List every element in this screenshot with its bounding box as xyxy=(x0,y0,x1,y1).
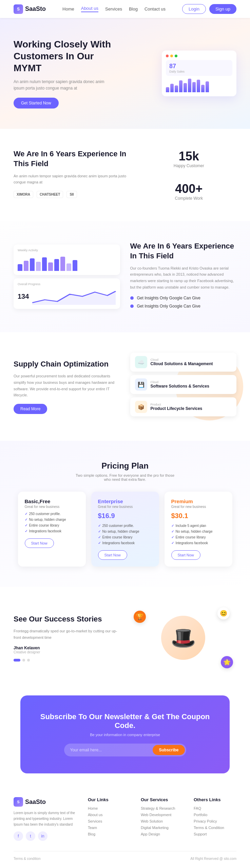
plan-cta-basic[interactable]: Start Now xyxy=(25,538,54,548)
supply-cta-button[interactable]: Read More xyxy=(14,404,47,414)
login-button[interactable]: Login xyxy=(182,4,206,14)
partner-ximora: XIMORA xyxy=(14,191,33,198)
footer-logo-text: SaaSto xyxy=(25,798,46,806)
pricing-card-basic: Basic,Free Great for new business 250 cu… xyxy=(18,492,86,567)
nav-blog[interactable]: Blog xyxy=(129,6,138,12)
line-chart xyxy=(32,288,116,305)
progress-chart: Overall Progress 134 xyxy=(14,278,120,309)
service-card-2: 📦 Product Product Lifecycle Services xyxy=(130,397,237,416)
service-card-text-0: Cloud Clloud Solutions & Management xyxy=(151,358,213,366)
plan-cta-enterprise[interactable]: Start Now xyxy=(98,550,127,560)
social-linkedin[interactable]: in xyxy=(38,831,47,841)
nav-about[interactable]: About us xyxy=(81,6,98,12)
footer-logo: S SaaSto xyxy=(14,797,78,807)
service-card-0: ☁️ Cloud Clloud Solutions & Management xyxy=(130,353,237,372)
hero-section: Working Closely With Customers In Our MY… xyxy=(0,18,250,129)
dot-2[interactable] xyxy=(22,659,25,662)
footer-link-home[interactable]: Home xyxy=(88,806,131,810)
svg-marker-0 xyxy=(32,291,116,305)
plan-feature-basic-1: No setup, hidden charge xyxy=(25,518,79,521)
plan-feature-ent-2: Entire course library xyxy=(98,535,152,539)
pricing-cards: Basic,Free Great for new business 250 cu… xyxy=(14,492,236,567)
supply-text: Supply Chain Optimization Our powerful p… xyxy=(14,359,120,414)
footer-terms[interactable]: Terms & condition xyxy=(14,857,40,861)
bar-chart xyxy=(18,254,116,271)
plan-cta-premium[interactable]: Start Now xyxy=(171,550,200,560)
nav-home[interactable]: Home xyxy=(62,6,74,12)
partner-chatsheet: CHATSHEET xyxy=(37,191,63,198)
features-heading: We Are In 6 Years Experience In This Fie… xyxy=(130,241,237,261)
footer-other-2[interactable]: Privacy Policy xyxy=(194,819,236,823)
footer-other-4[interactable]: Support xyxy=(194,832,236,836)
footer-logo-icon: S xyxy=(14,797,23,807)
plan-features-basic: 250 customer profile. No setup, hidden c… xyxy=(25,512,79,533)
supply-description: Our powerful procurement tools and dedic… xyxy=(14,373,120,398)
service-card-text-2: Product Product Lifecycle Services xyxy=(151,403,203,411)
supply-section: Supply Chain Optimization Our powerful p… xyxy=(0,332,250,441)
stats-left: We Are In 6 Years Experience In This Fie… xyxy=(14,149,128,198)
footer-service-2[interactable]: Web Solution xyxy=(141,819,184,823)
features-text: We Are In 6 Years Experience In This Fie… xyxy=(130,241,237,312)
social-twitter[interactable]: t xyxy=(26,831,35,841)
footer-other-0[interactable]: FAQ xyxy=(194,806,236,810)
plan-name-enterprise: Enterprise xyxy=(98,498,152,504)
footer-col-heading-1: Our Services xyxy=(141,797,184,802)
footer-other-1[interactable]: Portfolio xyxy=(194,813,236,817)
service-tag-2: Product xyxy=(151,403,203,406)
plan-feature-ent-0: 250 customer profile. xyxy=(98,524,152,528)
logo[interactable]: S SaaSto xyxy=(14,4,46,14)
footer-service-3[interactable]: Digital Marketing xyxy=(141,826,184,830)
pricing-section: Pricing Plan Two simple options. Free fo… xyxy=(0,441,250,587)
footer-link-services[interactable]: Services xyxy=(88,819,131,823)
features-charts: Weekly Activity Overall Progress 134 xyxy=(14,244,120,309)
plan-tagline-basic: Great for new business xyxy=(25,505,79,509)
line-chart-svg xyxy=(32,288,116,305)
signup-button[interactable]: Sign up xyxy=(209,4,236,14)
hero-cta-button[interactable]: Get Started Now xyxy=(14,98,59,108)
features-description: Our co-founders Tuoma Riekki and Kristo … xyxy=(130,265,237,291)
dash-stat-label: Daily Sales xyxy=(169,70,229,73)
footer-service-4[interactable]: App Design xyxy=(141,832,184,836)
dot-red xyxy=(166,55,169,57)
footer-link-team[interactable]: Team xyxy=(88,826,131,830)
nav-contact[interactable]: Contact us xyxy=(145,6,166,12)
footer-other-3[interactable]: Terms & Condition xyxy=(194,826,236,830)
dash-stat: 87 Daily Sales xyxy=(166,60,232,76)
subscribe-button[interactable]: Subscribe xyxy=(153,745,185,755)
pricing-heading: Pricing Plan xyxy=(14,461,236,471)
social-facebook[interactable]: f xyxy=(14,831,23,841)
newsletter-email-input[interactable] xyxy=(65,745,153,755)
nav-services[interactable]: Services xyxy=(105,6,122,12)
testimonials-quote: Frontegg dramatically sped our go-to-mar… xyxy=(14,628,120,640)
plan-feature-prem-0: Include 5 agent plan xyxy=(171,524,226,528)
testimonials-section: See Our Success Stories Frontegg dramati… xyxy=(0,587,250,689)
footer-service-1[interactable]: Web Development xyxy=(141,813,184,817)
newsletter-section: Subscribe To Our Newsletter & Get The Co… xyxy=(20,695,230,773)
feature-label-1: Get Insights Only Google Can Give xyxy=(137,296,200,300)
pricing-subtitle: Two simple options. Free for everyone an… xyxy=(74,473,176,481)
footer-our-services: Our Services Strategy & Research Web Dev… xyxy=(141,797,184,841)
footer-link-blog[interactable]: Blog xyxy=(88,832,131,836)
testimonial-author: Jhan Kelaven xyxy=(14,646,120,650)
supply-cards: ☁️ Cloud Clloud Solutions & Management 💾… xyxy=(130,353,237,420)
avatar-emoji: 🎩 xyxy=(171,626,196,650)
dot-green xyxy=(175,55,177,57)
stat-complete-work: 400+ Complete Work xyxy=(141,182,236,201)
dot-active[interactable] xyxy=(14,659,20,662)
service-tag-0: Cloud xyxy=(151,358,213,361)
dot-3[interactable] xyxy=(27,659,30,662)
nav-links: Home About us Services Blog Contact us xyxy=(62,6,166,12)
navbar: S SaaSto Home About us Services Blog Con… xyxy=(0,0,250,18)
avatar-circle: 🎩 xyxy=(161,616,205,660)
mini-chart xyxy=(166,79,232,92)
dot-yellow xyxy=(170,55,173,57)
footer-service-0[interactable]: Strategy & Research xyxy=(141,806,184,810)
testimonial-role: Creative designer xyxy=(14,650,120,654)
footer-bottom: Terms & condition All Right Reserved @ s… xyxy=(14,851,236,861)
hero-description: An anim nulum tempor sapien gravida done… xyxy=(14,79,109,92)
footer-link-about[interactable]: About us xyxy=(88,813,131,817)
float-badge-smile: 😊 xyxy=(217,607,230,619)
feature-item-2: Get Insights Only Google Can Give xyxy=(130,304,237,309)
plan-name-premium: Premium xyxy=(171,498,226,504)
plan-feature-prem-2: Entire course library xyxy=(171,535,226,539)
